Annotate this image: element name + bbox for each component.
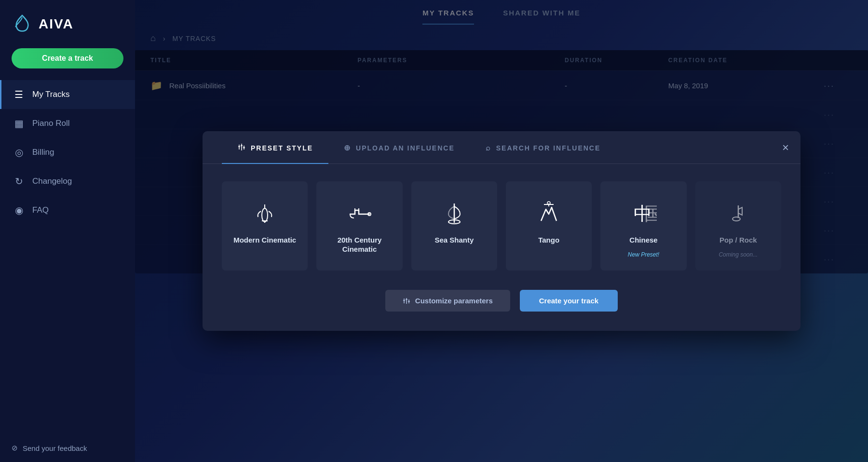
feedback-icon: ⊘ bbox=[12, 444, 18, 452]
faq-icon: ◉ bbox=[13, 204, 25, 216]
style-card-sea-shanty[interactable]: Sea Shanty bbox=[411, 181, 497, 271]
tab-search-label: SEARCH FOR INFLUENCE bbox=[496, 144, 601, 152]
tango-icon bbox=[535, 198, 562, 229]
modal-overlay[interactable]: × PRESET STYLE bbox=[135, 0, 868, 462]
customize-icon bbox=[403, 297, 410, 305]
sidebar-nav: ☰ My Tracks ▦ Piano Roll ◎ Billing ↻ Cha… bbox=[0, 80, 135, 434]
pop-rock-label: Pop / Rock bbox=[719, 235, 757, 245]
chinese-badge: New Preset! bbox=[628, 251, 659, 258]
main-content: MY TRACKS SHARED WITH ME ⌂ › MY TRACKS T… bbox=[135, 0, 868, 462]
create-track-modal: × PRESET STYLE bbox=[203, 131, 800, 331]
create-your-track-button[interactable]: Create your track bbox=[520, 290, 618, 312]
20th-century-label: 20th Century Cinematic bbox=[325, 235, 393, 254]
sidebar-item-piano-roll[interactable]: ▦ Piano Roll bbox=[0, 109, 135, 138]
style-card-20th-century[interactable]: 20th Century Cinematic bbox=[316, 181, 402, 271]
sidebar-item-my-tracks[interactable]: ☰ My Tracks bbox=[0, 80, 135, 109]
upload-icon: ⊕ bbox=[344, 143, 351, 152]
tango-label: Tango bbox=[538, 235, 559, 245]
tab-upload-influence[interactable]: ⊕ UPLOAD AN INFLUENCE bbox=[328, 132, 470, 163]
piano-roll-icon: ▦ bbox=[13, 118, 25, 129]
tab-preset-style-label: PRESET STYLE bbox=[251, 144, 313, 152]
sidebar-item-faq[interactable]: ◉ FAQ bbox=[0, 196, 135, 225]
sea-shanty-icon bbox=[441, 198, 468, 229]
aiva-logo-icon bbox=[12, 14, 33, 35]
send-feedback[interactable]: ⊘ Send your feedback bbox=[0, 434, 135, 462]
pop-rock-sub: Coming soon... bbox=[719, 251, 758, 258]
sidebar-item-label: Piano Roll bbox=[32, 119, 70, 128]
sidebar-item-label: My Tracks bbox=[32, 90, 69, 99]
app-name: AIVA bbox=[39, 16, 74, 32]
customize-parameters-button[interactable]: Customize parameters bbox=[385, 290, 510, 312]
sidebar: AIVA Create a track ☰ My Tracks ▦ Piano … bbox=[0, 0, 135, 462]
svg-point-6 bbox=[262, 208, 268, 222]
modal-tabs: PRESET STYLE ⊕ UPLOAD AN INFLUENCE ⌕ SEA… bbox=[203, 131, 800, 164]
chinese-icon: 中 国 bbox=[630, 198, 657, 229]
tab-search-influence[interactable]: ⌕ SEARCH FOR INFLUENCE bbox=[470, 132, 616, 163]
style-card-pop-rock: Pop / Rock Coming soon... bbox=[695, 181, 781, 271]
preset-style-icon bbox=[237, 143, 246, 153]
style-card-modern-cinematic[interactable]: Modern Cinematic bbox=[222, 181, 308, 271]
tab-preset-style[interactable]: PRESET STYLE bbox=[222, 131, 328, 164]
20th-century-icon bbox=[346, 198, 373, 229]
tab-upload-label: UPLOAD AN INFLUENCE bbox=[356, 144, 455, 152]
list-icon: ☰ bbox=[13, 89, 25, 100]
changelog-icon: ↻ bbox=[13, 176, 25, 187]
sidebar-item-label: FAQ bbox=[32, 205, 49, 215]
sidebar-item-billing[interactable]: ◎ Billing bbox=[0, 138, 135, 167]
chinese-label: Chinese bbox=[629, 235, 657, 245]
style-card-tango[interactable]: Tango bbox=[506, 181, 592, 271]
sidebar-item-label: Billing bbox=[32, 148, 54, 157]
style-cards-grid: Modern Cinematic 20th Century Cinematic bbox=[203, 181, 800, 271]
sidebar-item-changelog[interactable]: ↻ Changelog bbox=[0, 167, 135, 196]
sidebar-item-label: Changelog bbox=[32, 177, 72, 186]
billing-icon: ◎ bbox=[13, 147, 25, 158]
svg-text:国: 国 bbox=[644, 204, 657, 224]
modern-cinematic-icon bbox=[251, 198, 278, 229]
svg-point-21 bbox=[732, 217, 740, 221]
sidebar-logo: AIVA bbox=[0, 0, 135, 46]
search-icon: ⌕ bbox=[486, 144, 491, 152]
modal-close-button[interactable]: × bbox=[782, 141, 789, 154]
pop-rock-icon bbox=[725, 198, 752, 229]
style-card-chinese[interactable]: 中 国 Chinese New Preset! bbox=[600, 181, 686, 271]
sea-shanty-label: Sea Shanty bbox=[434, 235, 474, 245]
create-track-button[interactable]: Create a track bbox=[12, 48, 123, 68]
modal-footer: Customize parameters Create your track bbox=[203, 290, 800, 312]
modern-cinematic-label: Modern Cinematic bbox=[233, 235, 296, 245]
